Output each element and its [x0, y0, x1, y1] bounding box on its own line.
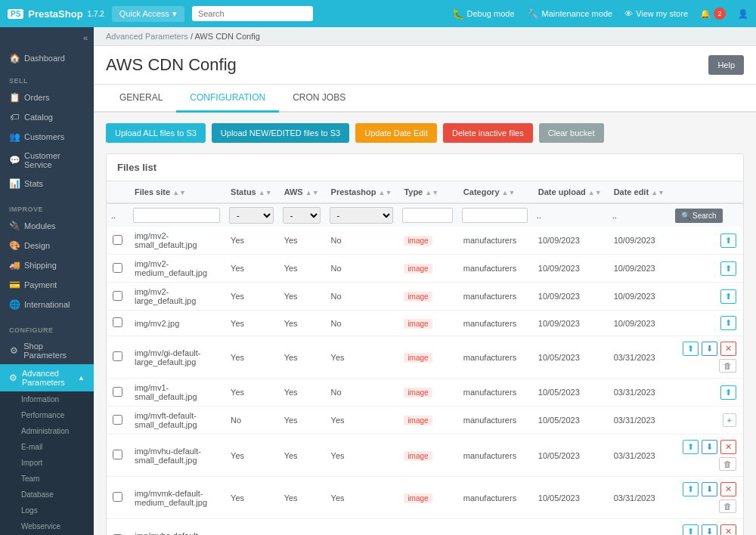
row-checkbox[interactable] [113, 387, 122, 397]
upload-action-button[interactable]: ⬆ [720, 385, 736, 400]
sidebar-section-sell: SELL 📋 Orders 🏷 Catalog 👥 Customers 💬 Cu… [0, 68, 94, 196]
maintenance-mode-item[interactable]: 🔧 Maintenance mode [527, 8, 613, 20]
submenu-item-administration[interactable]: Administration [0, 423, 94, 439]
col-status[interactable]: Status ▲▼ [225, 181, 278, 203]
delete-x-action-button[interactable]: ✕ [720, 524, 736, 535]
col-prestashop[interactable]: Prestashop ▲▼ [325, 181, 398, 203]
delete-trash-action-button[interactable]: 🗑 [719, 457, 736, 471]
update-date-button[interactable]: Update Date Edit [355, 123, 437, 143]
download-action-button[interactable]: ⬇ [702, 342, 717, 356]
upload-action-button[interactable]: ⬆ [720, 289, 736, 304]
submenu-item-database[interactable]: Database [0, 487, 94, 503]
sidebar-item-shipping[interactable]: 🚚 Shipping [0, 255, 94, 275]
help-button[interactable]: Help [708, 55, 744, 75]
filter-prestashop-select[interactable]: -YesNo [330, 207, 394, 224]
notifications-button[interactable]: 🔔 2 [700, 8, 726, 20]
upload-action-button[interactable]: ⬆ [720, 261, 736, 276]
col-type[interactable]: Type ▲▼ [398, 181, 457, 203]
col-date-upload[interactable]: Date upload ▲▼ [532, 181, 608, 203]
submenu-item-logs[interactable]: Logs [0, 503, 94, 518]
sidebar-collapse-button[interactable]: « [0, 27, 94, 48]
filter-files-input[interactable] [133, 208, 220, 223]
files-table-body: img/mv2-small_default.jpg Yes Yes No ima… [107, 227, 743, 535]
logo[interactable]: PS PrestaShop 1.7.2 [8, 8, 104, 20]
row-checkbox[interactable] [113, 235, 122, 245]
sidebar-item-orders[interactable]: 📋 Orders [0, 88, 94, 107]
debug-mode-item[interactable]: 🐛 Debug mode [452, 8, 515, 20]
search-input[interactable] [192, 6, 313, 21]
row-checkbox[interactable] [113, 317, 122, 327]
shop-params-icon: ⚙ [9, 345, 19, 356]
filter-type-input[interactable] [402, 208, 452, 223]
quick-access-button[interactable]: Quick Access ▾ [112, 6, 184, 22]
row-checkbox[interactable] [113, 450, 122, 459]
tab-cron-jobs[interactable]: CRON JOBS [279, 85, 359, 113]
delete-x-action-button[interactable]: ✕ [720, 342, 736, 356]
upload-action-button[interactable]: ⬆ [683, 440, 699, 454]
sidebar-item-catalog[interactable]: 🏷 Catalog [0, 107, 94, 127]
breadcrumb-parent[interactable]: Advanced Parameters [106, 32, 188, 41]
download-action-button[interactable]: ⬇ [702, 440, 717, 454]
row-checkbox-cell [107, 519, 129, 536]
filter-category-input[interactable] [462, 208, 528, 223]
row-category: manufacturers [457, 283, 532, 311]
submenu-item-webservice[interactable]: Webservice [0, 518, 94, 534]
row-prestashop: No [325, 255, 398, 283]
sidebar-item-customer-service[interactable]: 💬 Customer Service [0, 147, 94, 174]
delete-trash-action-button[interactable]: 🗑 [719, 359, 736, 373]
sidebar-item-modules[interactable]: 🔌 Modules [0, 216, 94, 236]
row-prestashop: No [325, 379, 398, 407]
delete-x-action-button[interactable]: ✕ [720, 482, 736, 496]
upload-new-button[interactable]: Upload NEW/EDITED files to S3 [212, 123, 349, 143]
view-store-item[interactable]: 👁 View my store [624, 9, 688, 18]
delete-inactive-button[interactable]: Delete inactive files [443, 123, 533, 143]
submenu-item-performance[interactable]: Performance [0, 407, 94, 423]
delete-x-action-button[interactable]: ✕ [720, 440, 736, 454]
add-action-button[interactable]: + [723, 413, 736, 427]
row-checkbox[interactable] [113, 415, 122, 425]
download-action-button[interactable]: ⬇ [702, 482, 717, 496]
upload-action-button[interactable]: ⬆ [720, 316, 736, 330]
table-row: img/mvmk-default-medium_default.jpg Yes … [107, 477, 743, 519]
files-list-box: Files list Files site ▲▼ Status ▲▼ AWS ▲… [106, 153, 744, 535]
row-checkbox-cell [107, 283, 129, 311]
filter-search-button[interactable]: 🔍 Search [675, 209, 723, 223]
sidebar-item-shop-parameters[interactable]: ⚙ Shop Parameters [0, 337, 94, 364]
download-action-button[interactable]: ⬇ [702, 524, 717, 535]
submenu-item-information[interactable]: Information [0, 391, 94, 407]
sidebar-item-international[interactable]: 🌐 International [0, 295, 94, 314]
submenu-item-email[interactable]: E-mail [0, 439, 94, 455]
sidebar-item-payment[interactable]: 💳 Payment [0, 275, 94, 295]
row-date-upload: 10/05/2023 [532, 379, 608, 407]
clear-bucket-button[interactable]: Clear bucket [539, 123, 604, 143]
submenu-item-import[interactable]: Import [0, 455, 94, 471]
modules-icon: 🔌 [9, 221, 20, 231]
upload-action-button[interactable]: ⬆ [683, 482, 699, 496]
sort-icon-prestashop: ▲▼ [379, 189, 392, 196]
submenu-item-team[interactable]: Team [0, 471, 94, 487]
sidebar-item-dashboard[interactable]: 🏠 Dashboard [0, 48, 94, 68]
row-checkbox[interactable] [113, 351, 122, 361]
tab-configuration[interactable]: CONFIGURATION [176, 85, 279, 113]
sidebar-item-advanced-parameters[interactable]: ⚙ Advanced Parameters ▲ [0, 364, 94, 391]
col-files-site[interactable]: Files site ▲▼ [129, 181, 225, 203]
upload-all-button[interactable]: Upload ALL files to S3 [106, 123, 206, 143]
upload-action-button[interactable]: ⬆ [683, 342, 699, 356]
tab-general[interactable]: GENERAL [106, 85, 176, 113]
upload-action-button[interactable]: ⬆ [720, 233, 736, 248]
col-date-edit[interactable]: Date edit ▲▼ [608, 181, 671, 203]
col-category[interactable]: Category ▲▼ [457, 181, 532, 203]
user-avatar[interactable]: 👤 [738, 9, 748, 19]
delete-trash-action-button[interactable]: 🗑 [719, 499, 736, 513]
row-checkbox[interactable] [113, 492, 122, 502]
upload-action-button[interactable]: ⬆ [683, 524, 699, 535]
sidebar-item-design[interactable]: 🎨 Design [0, 236, 94, 255]
col-aws[interactable]: AWS ▲▼ [278, 181, 325, 203]
sidebar-item-stats[interactable]: 📊 Stats [0, 174, 94, 193]
filter-status-select[interactable]: -YesNo [229, 207, 274, 224]
filter-aws-select[interactable]: -YesNo [283, 207, 321, 224]
row-aws: Yes [278, 227, 325, 255]
row-checkbox[interactable] [113, 263, 122, 273]
row-checkbox[interactable] [113, 291, 122, 301]
sidebar-item-customers[interactable]: 👥 Customers [0, 127, 94, 147]
